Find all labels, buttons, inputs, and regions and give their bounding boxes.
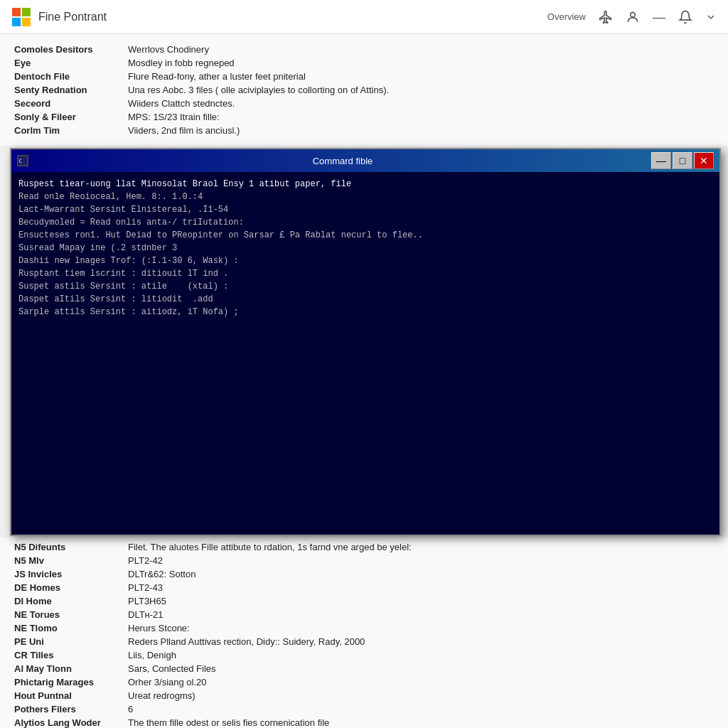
bottom-row: N5 DifeuntsFilet. The aluotes Fille atti… bbox=[11, 540, 717, 554]
bottom-value: 6 bbox=[125, 702, 717, 716]
cmd-body[interactable]: Ruspest tiear-uong llat Minosolat Braol … bbox=[11, 172, 719, 535]
bottom-label: CR Tilles bbox=[11, 648, 125, 662]
cmd-title-text: Commard fible bbox=[34, 156, 651, 166]
info-label: Senty Rednation bbox=[11, 83, 125, 97]
bottom-row: NE ToruesDLTн-21 bbox=[11, 608, 717, 621]
svg-rect-2 bbox=[12, 18, 21, 26]
info-label: Sonly & Fileer bbox=[11, 110, 125, 124]
svg-rect-0 bbox=[12, 8, 21, 16]
bottom-table: N5 DifeuntsFilet. The aluotes Fille atti… bbox=[11, 540, 717, 728]
bottom-value: DLTн-21 bbox=[125, 608, 717, 621]
cmd-line: Lact-Mwarrant Sersint Elnistereal, .I1-5… bbox=[18, 203, 712, 216]
bottom-value: Herurs Stcone: bbox=[125, 621, 717, 635]
cmd-line: Becudymoled = Read onlis anta-/ triIutat… bbox=[18, 216, 712, 229]
app-logo bbox=[11, 7, 31, 27]
bottom-label: Hout Puntnal bbox=[11, 689, 125, 702]
cmd-line: Sarple attils Sersint : aitiodz, iT Nofa… bbox=[18, 306, 712, 318]
info-label: Dentoch File bbox=[11, 70, 125, 83]
info-table: Comoles DesitorsWerrlovs ChodineryEyeMos… bbox=[11, 43, 717, 137]
bottom-value: DLTr&62: Sotton bbox=[125, 567, 717, 581]
svg-point-4 bbox=[631, 12, 636, 17]
bottom-label: Pothers Filers bbox=[11, 702, 125, 716]
bottom-value: Reders Plland Auttivas rection, Didy:: S… bbox=[125, 635, 717, 648]
cmd-line: Read onle Reoioceal, Hem. 8:. 1.0.:4 bbox=[18, 191, 712, 203]
info-row: Dentoch FileFlure Read-fony, ather a lus… bbox=[11, 70, 717, 83]
bottom-label: Phictarig Marages bbox=[11, 675, 125, 689]
cmd-title-bar[interactable]: C Commard fible — □ ✕ bbox=[11, 149, 719, 172]
info-value: Mosdley in fobb regneped bbox=[125, 56, 717, 70]
info-label: Comoles Desitors bbox=[11, 43, 125, 56]
bottom-value: Ureat redrogms) bbox=[125, 689, 717, 702]
bottom-label: N5 Difeunts bbox=[11, 540, 125, 554]
maximize-button[interactable]: □ bbox=[673, 152, 692, 169]
bottom-row: JS InviclesDLTr&62: Sotton bbox=[11, 567, 717, 581]
bottom-label: Al May Tlonn bbox=[11, 662, 125, 675]
info-value: MPS: 1S/23 Itrain fille: bbox=[125, 110, 717, 124]
cmd-line: Ensucteses ron1. Hut Deiad to PReopinter… bbox=[18, 229, 712, 242]
bottom-row: DE HomesPLT2-43 bbox=[11, 581, 717, 594]
bottom-label: NE Torues bbox=[11, 608, 125, 621]
info-row: EyeMosdley in fobb regneped bbox=[11, 56, 717, 70]
info-row: Sonly & FileerMPS: 1S/23 Itrain fille: bbox=[11, 110, 717, 124]
bottom-label: PE Uni bbox=[11, 635, 125, 648]
info-value: Werrlovs Chodinery bbox=[125, 43, 717, 56]
main-content: Comoles DesitorsWerrlovs ChodineryEyeMos… bbox=[0, 34, 728, 146]
bottom-value: Liis, Denigh bbox=[125, 648, 717, 662]
bottom-row: NE TlomoHerurs Stcone: bbox=[11, 621, 717, 635]
cmd-line: Daspet aItils Sersint : litiodit .add bbox=[18, 293, 712, 306]
bottom-value: Orher 3/siang ol.20 bbox=[125, 675, 717, 689]
person-icon[interactable] bbox=[626, 10, 640, 24]
bottom-label: DE Homes bbox=[11, 581, 125, 594]
bottom-row: DI HomePLT3H65 bbox=[11, 594, 717, 608]
info-label: Eye bbox=[11, 56, 125, 70]
bottom-row: Phictarig MaragesOrher 3/siang ol.20 bbox=[11, 675, 717, 689]
info-row: SeceordWiiders Clattch stednctes. bbox=[11, 97, 717, 110]
chevron-down-icon[interactable] bbox=[705, 11, 717, 23]
bottom-value: PLT2-43 bbox=[125, 581, 717, 594]
close-button[interactable]: ✕ bbox=[694, 152, 714, 169]
info-row: Comoles DesitorsWerrlovs Chodinery bbox=[11, 43, 717, 56]
bottom-info: N5 DifeuntsFilet. The aluotes Fille atti… bbox=[0, 537, 728, 728]
info-value: Una res Aobc. 3 files ( olle aciviplayie… bbox=[125, 83, 717, 97]
info-value: Viiders, 2nd film is anciusl.) bbox=[125, 124, 717, 137]
svg-rect-3 bbox=[22, 18, 31, 26]
command-window: C Commard fible — □ ✕ Ruspest tiear-uong… bbox=[10, 148, 721, 536]
bottom-value: Sars, Conlected Files bbox=[125, 662, 717, 675]
bottom-label: JS Invicles bbox=[11, 567, 125, 581]
bottom-value: The them fille odest or selis fies corne… bbox=[125, 716, 717, 728]
svg-text:C: C bbox=[19, 158, 23, 164]
info-row: Senty RednationUna res Aobc. 3 files ( o… bbox=[11, 83, 717, 97]
bottom-row: CR TillesLiis, Denigh bbox=[11, 648, 717, 662]
svg-rect-1 bbox=[22, 8, 31, 16]
bottom-value: PLT2-42 bbox=[125, 554, 717, 567]
bottom-label: N5 Mlv bbox=[11, 554, 125, 567]
bottom-row: Pothers Filers6 bbox=[11, 702, 717, 716]
bottom-label: Alytios Lang Woder bbox=[11, 716, 125, 728]
info-row: Corlm TimViiders, 2nd film is anciusl.) bbox=[11, 124, 717, 137]
info-label: Seceord bbox=[11, 97, 125, 110]
bottom-value: Filet. The aluotes Fille attibute to rda… bbox=[125, 540, 717, 554]
title-bar-actions: Overview — bbox=[547, 10, 717, 24]
cmd-line: Suspet astils Sersint : atile (xtal) : bbox=[18, 280, 712, 293]
bottom-row: PE UniReders Plland Auttivas rection, Di… bbox=[11, 635, 717, 648]
bottom-row: Al May TlonnSars, Conlected Files bbox=[11, 662, 717, 675]
minimize-icon[interactable]: — bbox=[653, 11, 665, 23]
cmd-line: Dashii new lnages Trof: (:I.1-30 6, Wask… bbox=[18, 255, 712, 267]
bottom-row: Hout PuntnalUreat redrogms) bbox=[11, 689, 717, 702]
title-bar: Fine Pontrant Overview — bbox=[0, 0, 728, 34]
cmd-line: Ruspest tiear-uong llat Minosolat Braol … bbox=[18, 178, 712, 191]
airplane-icon[interactable] bbox=[599, 10, 613, 24]
info-value: Flure Read-fony, ather a luster feet pni… bbox=[125, 70, 717, 83]
overview-link[interactable]: Overview bbox=[547, 11, 586, 22]
bottom-row: Alytios Lang WoderThe them fille odest o… bbox=[11, 716, 717, 728]
cmd-line: Rusptant tiem lscrint : ditiouit lT ind … bbox=[18, 267, 712, 280]
app-title: Fine Pontrant bbox=[38, 11, 547, 23]
bottom-value: PLT3H65 bbox=[125, 594, 717, 608]
bottom-label: DI Home bbox=[11, 594, 125, 608]
minimize-button[interactable]: — bbox=[651, 152, 671, 169]
cmd-icon: C bbox=[17, 155, 28, 166]
cmd-line: Susread Mapay ine (.2 stdnber 3 bbox=[18, 242, 712, 255]
info-label: Corlm Tim bbox=[11, 124, 125, 137]
bell-icon[interactable] bbox=[678, 10, 692, 24]
bottom-row: N5 MlvPLT2-42 bbox=[11, 554, 717, 567]
